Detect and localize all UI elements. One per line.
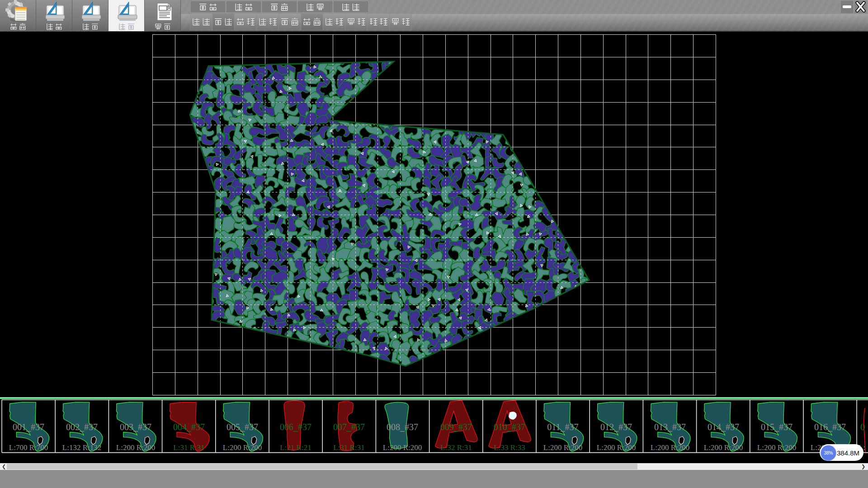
svg-text:003_#37: 003_#37 [120,422,151,432]
svg-text:L:200 R:200: L:200 R:200 [383,443,422,452]
svg-text:012_#37: 012_#37 [600,422,632,432]
svg-text:L:31 R:31: L:31 R:31 [333,443,364,452]
svg-text:L:200 R:200: L:200 R:200 [116,443,155,452]
svg-text:L:132 R:132: L:132 R:132 [62,443,101,452]
svg-text:L:200 R:200: L:200 R:200 [757,443,796,452]
svg-text:L:31 R:31: L:31 R:31 [173,443,204,452]
svg-text:L:33 R:33: L:33 R:33 [494,443,525,452]
svg-text:009_#37: 009_#37 [440,422,472,432]
svg-text:L:21 R:21: L:21 R:21 [280,443,311,452]
svg-text:006_#37: 006_#37 [280,422,311,432]
svg-text:005_#37: 005_#37 [226,422,258,432]
svg-text:013_#37: 013_#37 [654,422,686,432]
svg-text:011_#37: 011_#37 [547,422,578,432]
svg-text:L:200 R:200: L:200 R:200 [651,443,689,452]
svg-text:001_#37: 001_#37 [13,422,44,432]
svg-text:010_#37: 010_#37 [494,422,525,432]
svg-text:016_#37: 016_#37 [814,422,846,432]
svg-text:008_#37: 008_#37 [387,422,418,432]
svg-text:L:200 R:200: L:200 R:200 [704,443,743,452]
svg-text:L:200 R:200: L:200 R:200 [543,443,582,452]
svg-text:L:200 R:200: L:200 R:200 [597,443,636,452]
svg-text:002_#37: 002_#37 [66,422,98,432]
svg-text:L:700 R:700: L:700 R:700 [9,443,48,452]
svg-text:0: 0 [860,422,865,432]
svg-text:L:32 R:31: L:32 R:31 [440,443,472,452]
svg-text:007_#37: 007_#37 [333,422,365,432]
svg-text:004_#37: 004_#37 [173,422,205,432]
svg-text:L:200 R:200: L:200 R:200 [223,443,262,452]
svg-text:015_#37: 015_#37 [761,422,793,432]
svg-text:014_#37: 014_#37 [708,422,739,432]
